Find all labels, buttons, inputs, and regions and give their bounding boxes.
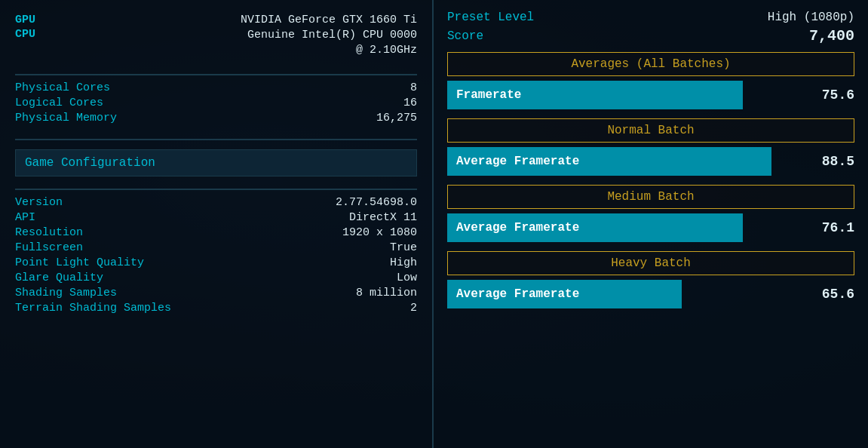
all-framerate-label: Framerate — [456, 88, 521, 102]
version-label: Version — [15, 196, 63, 209]
resolution-row: Resolution 1920 x 1080 — [15, 226, 417, 239]
point-light-value: High — [390, 256, 417, 269]
logical-cores-label: Logical Cores — [15, 97, 103, 109]
physical-cores-label: Physical Cores — [15, 81, 110, 94]
heavy-framerate-row: Average Framerate 65.6 — [447, 280, 854, 308]
averages-title: Averages (All Batches) — [447, 52, 854, 76]
point-light-label: Point Light Quality — [15, 256, 144, 269]
terrain-value: 2 — [410, 302, 417, 315]
logical-cores-row: Logical Cores 16 — [15, 97, 417, 109]
score-label: Score — [447, 29, 483, 43]
stats-section: Physical Cores 8 Logical Cores 16 Physic… — [15, 81, 417, 127]
shading-label: Shading Samples — [15, 287, 117, 299]
all-framerate-number: 75.6 — [817, 87, 854, 103]
normal-framerate-label: Average Framerate — [456, 155, 579, 168]
normal-framerate-number: 88.5 — [817, 154, 854, 169]
physical-memory-row: Physical Memory 16,275 — [15, 112, 417, 124]
glare-value: Low — [397, 272, 417, 284]
resolution-value: 1920 x 1080 — [342, 226, 417, 239]
glare-row: Glare Quality Low — [15, 272, 417, 284]
normal-batch-title: Normal Batch — [447, 118, 854, 143]
heavy-framerate-label: Average Framerate — [456, 287, 579, 301]
medium-framerate-bar: Average Framerate — [447, 213, 743, 242]
cpu-label: CPU — [15, 28, 75, 41]
all-framerate-bar: Framerate — [447, 81, 743, 109]
resolution-label: Resolution — [15, 226, 83, 239]
physical-cores-row: Physical Cores 8 — [15, 81, 417, 94]
logical-cores-value: 16 — [403, 97, 417, 109]
normal-framerate-row: Average Framerate 88.5 — [447, 147, 854, 176]
terrain-row: Terrain Shading Samples 2 — [15, 302, 417, 315]
gpu-row: GPU NVIDIA GeForce GTX 1660 Ti — [15, 14, 417, 26]
cpu-value: Genuine Intel(R) CPU 0000 @ 2.10GHz — [75, 28, 417, 57]
api-value: DirectX 11 — [349, 211, 417, 224]
normal-framerate-bar: Average Framerate — [447, 147, 771, 176]
left-panel: GPU NVIDIA GeForce GTX 1660 Ti CPU Genui… — [0, 0, 434, 448]
fullscreen-label: Fullscreen — [15, 241, 83, 254]
divider-2 — [15, 139, 417, 140]
shading-row: Shading Samples 8 million — [15, 287, 417, 299]
all-framerate-bar-container: Framerate — [447, 81, 808, 109]
score-value: 7,400 — [809, 27, 854, 44]
divider-3 — [15, 189, 417, 190]
all-framerate-row: Framerate 75.6 — [447, 81, 854, 109]
game-config-header: Game Configuration — [15, 149, 417, 176]
preset-label: Preset Level — [447, 11, 534, 24]
medium-framerate-number: 76.1 — [817, 220, 854, 235]
preset-row: Preset Level High (1080p) — [447, 11, 854, 24]
hardware-info: GPU NVIDIA GeForce GTX 1660 Ti CPU Genui… — [15, 14, 417, 59]
physical-memory-value: 16,275 — [376, 112, 417, 124]
normal-framerate-bar-container: Average Framerate — [447, 147, 808, 176]
fullscreen-row: Fullscreen True — [15, 241, 417, 254]
terrain-label: Terrain Shading Samples — [15, 302, 171, 315]
api-label: API — [15, 211, 35, 224]
medium-framerate-label: Average Framerate — [456, 221, 579, 235]
medium-batch-title: Medium Batch — [447, 185, 854, 209]
version-value: 2.77.54698.0 — [336, 196, 417, 209]
heavy-framerate-bar-container: Average Framerate — [447, 280, 808, 308]
divider-1 — [15, 74, 417, 75]
heavy-batch-title: Heavy Batch — [447, 251, 854, 275]
config-grid: Version 2.77.54698.0 API DirectX 11 Reso… — [15, 196, 417, 315]
version-row: Version 2.77.54698.0 — [15, 196, 417, 209]
gpu-value: NVIDIA GeForce GTX 1660 Ti — [75, 14, 417, 26]
heavy-framerate-bar: Average Framerate — [447, 280, 682, 308]
api-row: API DirectX 11 — [15, 211, 417, 224]
shading-value: 8 million — [356, 287, 417, 299]
gpu-label: GPU — [15, 14, 75, 26]
cpu-row: CPU Genuine Intel(R) CPU 0000 @ 2.10GHz — [15, 28, 417, 57]
fullscreen-value: True — [390, 241, 417, 254]
point-light-row: Point Light Quality High — [15, 256, 417, 269]
score-row: Score 7,400 — [447, 27, 854, 44]
physical-memory-label: Physical Memory — [15, 112, 117, 124]
medium-framerate-bar-container: Average Framerate — [447, 213, 808, 242]
preset-value: High (1080p) — [768, 11, 854, 24]
glare-label: Glare Quality — [15, 272, 103, 284]
physical-cores-value: 8 — [410, 81, 417, 94]
medium-framerate-row: Average Framerate 76.1 — [447, 213, 854, 242]
heavy-framerate-number: 65.6 — [817, 287, 854, 302]
right-panel: Preset Level High (1080p) Score 7,400 Av… — [434, 0, 868, 448]
